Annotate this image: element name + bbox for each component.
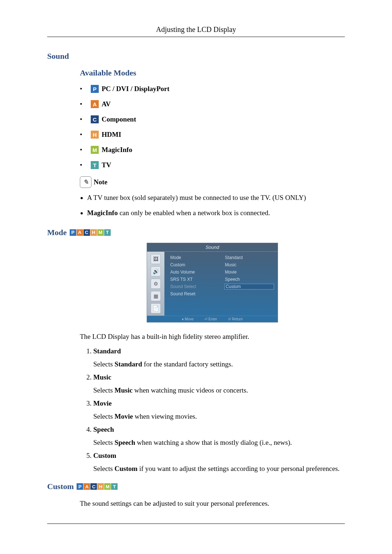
osd-item: Mode: [170, 255, 224, 260]
custom-text: The sound settings can be adjusted to su…: [80, 498, 345, 509]
osd-hint-move: ♦ Move: [182, 317, 193, 321]
mode-options-list: Standard Selects Standard for the standa…: [85, 347, 345, 473]
icon-strip: P A C H M T: [77, 483, 118, 490]
note-item: A TV tuner box (sold separately) must be…: [87, 192, 345, 203]
c-icon: C: [83, 229, 90, 236]
a-icon: A: [77, 229, 83, 236]
option-name: Standard: [93, 347, 345, 355]
mode-pc: P PC / DVI / DisplayPort: [80, 85, 345, 93]
osd-item: Sound Reset: [170, 291, 224, 297]
osd-left-column: Mode Custom Auto Volume SRS TS XT Sound …: [170, 255, 224, 314]
mode-label: PC / DVI / DisplayPort: [102, 85, 170, 93]
page: Adjusting the LCD Display Sound Availabl…: [0, 0, 392, 546]
mode-label: AV: [102, 100, 111, 108]
p-icon: P: [70, 229, 76, 236]
a-icon: A: [91, 100, 99, 108]
note-icon: ✎: [80, 176, 91, 188]
mode-option: Speech Selects Speech when watching a sh…: [93, 426, 345, 447]
mode-magicinfo: M MagicInfo: [80, 146, 345, 154]
a-icon: A: [83, 483, 90, 490]
setup-icon: ⚙: [151, 279, 161, 289]
h-icon: H: [90, 229, 97, 236]
mode-label: MagicInfo: [102, 146, 132, 154]
osd-hint-return: ↺ Return: [228, 317, 243, 321]
osd-sidebar: 🖼 🔊 ⚙ ▦ 📄: [147, 252, 164, 316]
multi-icon: ▦: [151, 291, 161, 301]
option-desc: Selects Music when watching music videos…: [93, 386, 345, 394]
info-icon: 📄: [151, 303, 161, 313]
mode-option: Standard Selects Standard for the standa…: [93, 347, 345, 368]
option-name: Music: [93, 373, 345, 381]
available-modes-list: P PC / DVI / DisplayPort A AV C Componen…: [80, 85, 345, 169]
section-mode-title: Mode: [47, 228, 67, 237]
mode-option: Movie Selects Movie when viewing movies.: [93, 399, 345, 420]
page-header: Adjusting the LCD Display: [47, 25, 345, 37]
section-custom-heading: Custom P A C H M T: [47, 482, 345, 491]
option-name: Custom: [93, 452, 345, 460]
osd-item: Auto Volume: [170, 269, 224, 275]
section-mode-heading: Mode P A C H M T: [47, 228, 345, 237]
mode-hdmi: H HDMI: [80, 131, 345, 139]
mode-intro-text: The LCD Display has a built-in high fide…: [80, 332, 345, 342]
osd-item-disabled: Sound Select: [170, 284, 224, 290]
m-icon: M: [104, 483, 111, 490]
p-icon: P: [91, 85, 99, 93]
option-desc: Selects Movie when viewing movies.: [93, 413, 345, 420]
speaker-icon: 🔊: [151, 266, 161, 276]
mode-option: Custom Selects Custom if you want to adj…: [93, 452, 345, 473]
mode-tv: T TV: [80, 161, 345, 169]
osd-option: Standard: [224, 255, 274, 260]
note-heading: ✎ Note: [80, 176, 345, 188]
section-available-modes-title: Available Modes: [80, 68, 345, 78]
option-desc: Selects Custom if you want to adjust the…: [93, 465, 345, 473]
h-icon: H: [97, 483, 104, 490]
m-icon: M: [97, 229, 104, 236]
section-custom-title: Custom: [47, 482, 74, 491]
mode-label: HDMI: [102, 131, 121, 139]
page-footer-rule: [47, 524, 345, 525]
note-item: MagicInfo can only be enabled when a net…: [87, 208, 345, 218]
osd-hints: ♦ Move ⏎ Enter ↺ Return: [147, 316, 278, 322]
osd-hint-enter: ⏎ Enter: [204, 317, 217, 321]
t-icon: T: [111, 483, 118, 490]
p-icon: P: [77, 483, 83, 490]
osd-title: Sound: [147, 243, 278, 252]
mode-option: Music Selects Music when watching music …: [93, 373, 345, 394]
mode-label: TV: [102, 161, 111, 169]
m-icon: M: [91, 146, 99, 154]
t-icon: T: [104, 229, 111, 236]
c-icon: C: [91, 115, 99, 123]
note-label: Note: [94, 178, 107, 186]
osd-screenshot: Sound 🖼 🔊 ⚙ ▦ 📄 Mode Custom Auto Volume …: [80, 243, 345, 323]
section-sound-title: Sound: [47, 52, 345, 61]
mode-av: A AV: [80, 100, 345, 108]
note-bold: MagicInfo: [87, 209, 118, 217]
option-name: Movie: [93, 399, 345, 407]
option-desc: Selects Standard for the standard factor…: [93, 360, 345, 368]
osd-panel: Sound 🖼 🔊 ⚙ ▦ 📄 Mode Custom Auto Volume …: [147, 243, 278, 323]
mode-component: C Component: [80, 115, 345, 123]
option-desc: Selects Speech when watching a show that…: [93, 439, 345, 447]
mode-label: Component: [102, 115, 136, 123]
h-icon: H: [91, 131, 99, 139]
note-list: A TV tuner box (sold separately) must be…: [87, 192, 345, 219]
t-icon: T: [91, 161, 99, 169]
osd-option: Movie: [224, 269, 274, 275]
icon-strip: P A C H M T: [70, 229, 111, 236]
osd-item: SRS TS XT: [170, 276, 224, 282]
note-rest: can only be enabled when a network box i…: [118, 209, 270, 217]
osd-right-column: Standard Music Movie Speech Custom: [224, 255, 274, 314]
osd-option-selected: Custom: [224, 284, 274, 290]
osd-option: Speech: [224, 276, 274, 282]
picture-icon: 🖼: [151, 254, 161, 264]
osd-option: Music: [224, 262, 274, 268]
c-icon: C: [90, 483, 97, 490]
osd-item: Custom: [170, 262, 224, 268]
option-name: Speech: [93, 426, 345, 434]
